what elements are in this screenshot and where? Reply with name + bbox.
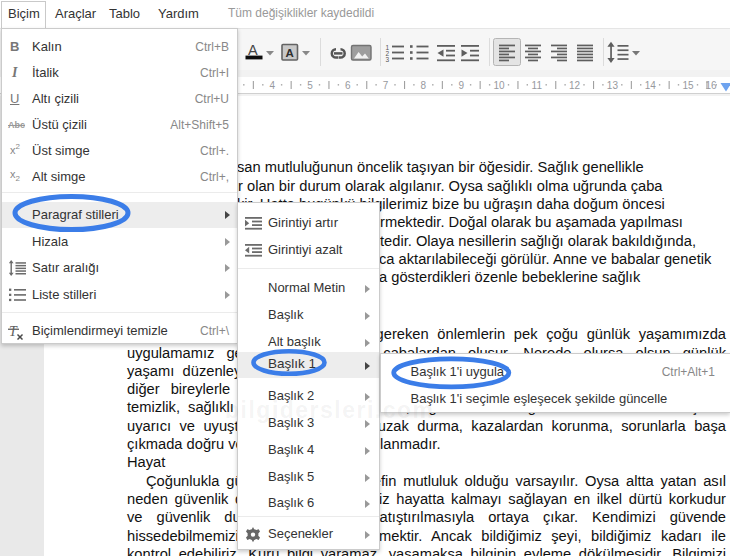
svg-text:6: 6: [345, 80, 351, 91]
svg-text:14: 14: [645, 80, 657, 91]
svg-text:9: 9: [458, 80, 464, 91]
svg-text:3: 3: [386, 56, 390, 63]
svg-text:10: 10: [493, 80, 505, 91]
svg-text:T: T: [9, 324, 18, 339]
svg-text:8: 8: [421, 80, 427, 91]
svg-text:7: 7: [383, 80, 389, 91]
svg-text:13: 13: [607, 80, 619, 91]
svg-text:15: 15: [682, 80, 694, 91]
svg-text:A: A: [286, 47, 294, 59]
svg-text:11: 11: [532, 80, 543, 91]
svg-text:5: 5: [307, 80, 313, 91]
svg-text:12: 12: [569, 80, 581, 91]
svg-text:A: A: [248, 42, 258, 58]
svg-text:4: 4: [269, 80, 275, 91]
